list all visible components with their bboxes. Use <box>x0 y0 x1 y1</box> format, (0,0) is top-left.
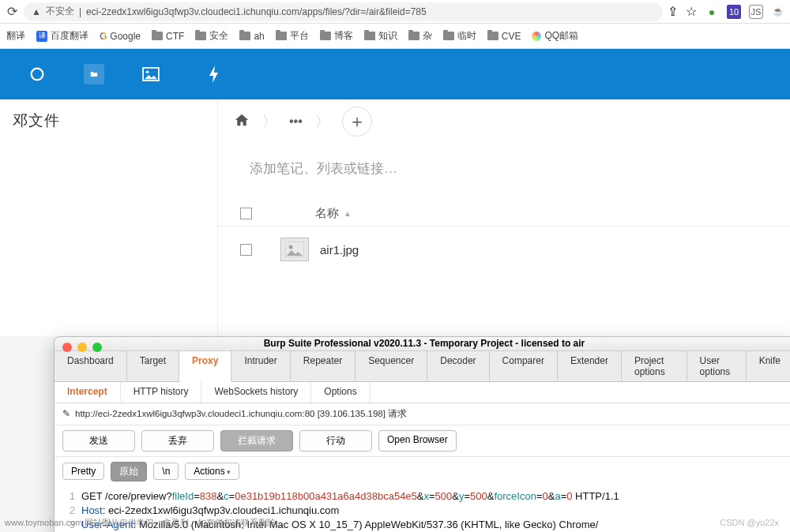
tab-decoder[interactable]: Decoder <box>427 351 489 381</box>
chevron-right-icon: 〉 <box>315 112 329 131</box>
open-browser-button[interactable]: Open Browser <box>378 430 457 451</box>
browser-address-bar: ⟳ ▲ 不安全 | eci-2zedx1xwl6igu3qfwp3v.cloud… <box>0 0 790 24</box>
tab-target[interactable]: Target <box>127 351 179 381</box>
bm-blog[interactable]: 博客 <box>320 29 353 43</box>
reload-icon[interactable]: ⟳ <box>5 4 19 19</box>
file-row[interactable]: air1.jpg <box>218 226 790 272</box>
bm-baidu-translate[interactable]: 译百度翻译 <box>36 29 88 43</box>
svg-point-0 <box>32 69 43 81</box>
bookmarks-bar: 翻译 译百度翻译 GGoogle CTF 安全 ah 平台 博客 知识 杂 临时… <box>0 24 790 49</box>
nav-files-icon[interactable] <box>84 64 104 84</box>
request-host-line: ✎ http://eci-2zedx1xwl6igu3qfwp3v.cloude… <box>55 403 790 425</box>
image-thumb-icon <box>280 238 309 261</box>
qq-icon <box>532 32 541 41</box>
content-area: 〉 ••• 〉 ＋ 添加笔记、列表或链接… 名称 ▲ air1.jpg <box>217 99 790 336</box>
drop-button[interactable]: 丢弃 <box>141 430 214 451</box>
bm-qqmail[interactable]: QQ邮箱 <box>532 29 578 43</box>
maximize-icon[interactable] <box>92 343 102 352</box>
note-placeholder[interactable]: 添加笔记、列表或链接… <box>218 144 790 201</box>
view-buttons: Pretty 原始 \n Actions <box>55 457 790 486</box>
star-icon[interactable]: ☆ <box>686 4 697 19</box>
tab-sequencer[interactable]: Sequencer <box>356 351 427 381</box>
subtab-ws-history[interactable]: WebSockets history <box>201 382 311 403</box>
ext-js-icon[interactable]: JS <box>749 5 763 19</box>
bm-ah[interactable]: ah <box>239 31 264 42</box>
burp-sub-tabs: Intercept HTTP history WebSockets histor… <box>55 382 790 403</box>
bm-misc[interactable]: 杂 <box>408 29 432 43</box>
close-icon[interactable] <box>62 343 72 352</box>
tab-repeater[interactable]: Repeater <box>291 351 356 381</box>
bm-cve[interactable]: CVE <box>487 31 521 42</box>
view-newline-button[interactable]: \n <box>153 463 179 480</box>
view-pretty-button[interactable]: Pretty <box>62 463 104 480</box>
bm-knowledge[interactable]: 知识 <box>364 29 397 43</box>
url-box[interactable]: ▲ 不安全 | eci-2zedx1xwl6igu3qfwp3v.cloudec… <box>24 2 663 21</box>
breadcrumb-more-icon[interactable]: ••• <box>289 114 303 129</box>
breadcrumb-row: 〉 ••• 〉 ＋ <box>218 99 790 144</box>
folder-icon <box>408 32 419 40</box>
burp-titlebar: Burp Suite Professional v2020.11.3 - Tem… <box>55 337 790 351</box>
intercept-toggle-button[interactable]: 拦截请求 <box>220 430 293 451</box>
subtab-options[interactable]: Options <box>311 382 370 403</box>
sidebar: 邓文件 <box>0 99 217 336</box>
minimize-icon[interactable] <box>77 343 87 352</box>
bm-temp[interactable]: 临时 <box>443 29 476 43</box>
chevron-right-icon: 〉 <box>262 112 276 131</box>
burp-main-tabs: Dashboard Target Proxy Intruder Repeater… <box>55 351 790 382</box>
bm-google[interactable]: GGoogle <box>100 31 141 42</box>
csdn-credit: CSDN @yu22x <box>720 518 779 527</box>
sort-asc-icon: ▲ <box>344 209 352 218</box>
subtab-intercept[interactable]: Intercept <box>55 382 121 403</box>
table-header: 名称 ▲ <box>218 201 790 226</box>
intercept-buttons: 发送 丢弃 拦截请求 行动 Open Browser <box>55 425 790 457</box>
view-actions-button[interactable]: Actions <box>185 463 239 480</box>
bm-platform[interactable]: 平台 <box>276 29 309 43</box>
nav-gallery-icon[interactable] <box>141 64 161 84</box>
window-controls <box>62 343 102 352</box>
add-button[interactable]: ＋ <box>342 107 372 137</box>
watermark-text: www.toymoban.com 网站图片仅供学习、非盈利、如有侵权请联系删除。 <box>5 517 284 529</box>
tab-knife[interactable]: Knife <box>747 351 790 381</box>
folder-icon <box>364 32 375 40</box>
col-name-label[interactable]: 名称 <box>315 206 339 221</box>
tab-intruder[interactable]: Intruder <box>231 351 290 381</box>
bm-translate[interactable]: 翻译 <box>6 29 25 43</box>
tab-comparer[interactable]: Comparer <box>490 351 558 381</box>
nav-activity-icon[interactable] <box>204 64 224 84</box>
tab-dashboard[interactable]: Dashboard <box>55 351 127 381</box>
nav-circle-icon[interactable] <box>27 64 47 84</box>
folder-icon <box>487 32 498 40</box>
request-host-text: http://eci-2zedx1xwl6igu3qfwp3v.cloudeci… <box>75 408 407 420</box>
sidebar-files-label[interactable]: 邓文件 <box>13 112 60 129</box>
ext-purple-icon[interactable]: 10 <box>727 5 741 19</box>
bm-ctf[interactable]: CTF <box>152 31 184 42</box>
view-raw-button[interactable]: 原始 <box>111 462 147 481</box>
folder-icon <box>320 32 331 40</box>
home-icon[interactable] <box>234 113 250 131</box>
tab-proxy[interactable]: Proxy <box>179 351 231 382</box>
edit-icon[interactable]: ✎ <box>62 408 70 419</box>
svg-point-2 <box>146 71 149 74</box>
action-button[interactable]: 行动 <box>299 430 372 451</box>
folder-icon <box>443 32 454 40</box>
folder-icon <box>152 32 163 40</box>
tab-project-options[interactable]: Project options <box>622 351 687 381</box>
tab-extender[interactable]: Extender <box>558 351 622 381</box>
bm-security[interactable]: 安全 <box>195 29 228 43</box>
subtab-http-history[interactable]: HTTP history <box>121 382 202 403</box>
svg-point-4 <box>289 245 293 249</box>
address-actions: ⇪ ☆ ● 10 JS ☕ <box>668 4 785 19</box>
ext-green-dot-icon[interactable]: ● <box>705 5 719 19</box>
ext-cup-icon[interactable]: ☕ <box>771 5 785 19</box>
insecure-icon: ▲ <box>32 6 41 17</box>
share-icon[interactable]: ⇪ <box>668 4 678 19</box>
file-name: air1.jpg <box>320 243 359 257</box>
tab-user-options[interactable]: User options <box>687 351 747 381</box>
burp-title-text: Burp Suite Professional v2020.11.3 - Tem… <box>264 338 585 349</box>
forward-button[interactable]: 发送 <box>62 430 135 451</box>
select-all-checkbox[interactable] <box>240 208 252 219</box>
folder-icon <box>239 32 250 40</box>
row-checkbox[interactable] <box>240 244 252 256</box>
app-top-nav <box>0 49 790 99</box>
folder-icon <box>195 32 206 40</box>
